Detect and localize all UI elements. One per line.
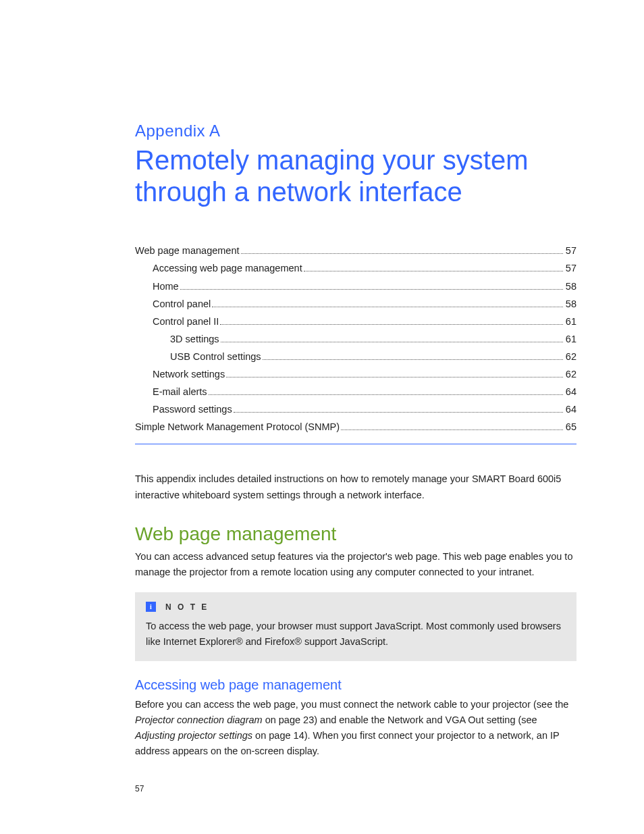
toc-entry[interactable]: Network settings 62 [135,365,576,383]
toc-entry-label: Home [153,278,179,295]
table-of-contents: Web page management 57Accessing web page… [135,242,576,436]
toc-entry[interactable]: Web page management 57 [135,242,576,259]
toc-divider [135,444,576,444]
toc-leader-dots [241,253,563,254]
toc-entry-label: E-mail alerts [153,383,207,400]
toc-entry-page: 57 [566,259,576,277]
subsection-heading: Accessing web page management [135,677,576,693]
info-icon: i [146,602,156,612]
body-text-span: on page 23) and enable the Network and V… [263,714,537,725]
toc-entry-label: USB Control settings [170,348,261,365]
toc-entry-page: 64 [566,400,576,418]
appendix-label: Appendix A [135,122,576,140]
subsection-paragraph: Before you can access the web page, you … [135,697,576,760]
toc-entry[interactable]: Password settings 64 [135,400,576,418]
toc-entry[interactable]: E-mail alerts 64 [135,383,576,400]
toc-entry[interactable]: Accessing web page management 57 [135,259,576,277]
toc-entry-label: Simple Network Management Protocol (SNMP… [135,418,340,436]
toc-leader-dots [226,377,563,377]
body-text-span: Before you can access the web page, you … [135,699,568,710]
toc-entry-page: 58 [566,278,576,295]
toc-entry-page: 62 [566,365,576,383]
section-heading: Web page management [135,523,576,545]
note-box: i N O T E To access the web page, your b… [135,592,576,660]
note-header: i N O T E [146,602,566,612]
toc-entry-page: 57 [566,242,576,259]
note-label: N O T E [165,602,209,612]
toc-entry-label: Control panel [153,295,211,313]
toc-entry[interactable]: USB Control settings 62 [135,348,576,365]
toc-entry[interactable]: Control panel 58 [135,295,576,313]
toc-leader-dots [341,429,563,430]
toc-leader-dots [304,271,563,271]
note-text: To access the web page, your browser mus… [146,619,566,650]
toc-entry[interactable]: Simple Network Management Protocol (SNMP… [135,418,576,436]
toc-entry-page: 64 [566,383,576,400]
section-paragraph: You can access advanced setup features v… [135,549,576,580]
toc-entry-label: Control panel II [153,313,219,330]
toc-leader-dots [209,394,563,395]
appendix-title: Remotely managing your system through a … [135,145,576,208]
cross-reference-link[interactable]: Projector connection diagram [135,714,263,725]
toc-entry[interactable]: Home 58 [135,278,576,295]
toc-entry-label: Web page management [135,242,240,259]
toc-entry-label: Accessing web page management [153,259,302,277]
toc-entry-page: 61 [566,330,576,348]
cross-reference-link[interactable]: Adjusting projector settings [135,730,252,741]
toc-leader-dots [221,342,563,342]
toc-entry-label: Network settings [153,365,225,383]
toc-entry-label: Password settings [153,400,232,418]
toc-leader-dots [212,307,563,307]
toc-entry-page: 62 [566,348,576,365]
page-number: 57 [135,784,144,793]
intro-paragraph: This appendix includes detailed instruct… [135,471,576,502]
toc-leader-dots [234,412,563,413]
toc-entry[interactable]: Control panel II 61 [135,313,576,330]
toc-entry[interactable]: 3D settings 61 [135,330,576,348]
toc-entry-page: 65 [566,418,576,436]
toc-leader-dots [220,324,563,325]
document-page: Appendix A Remotely managing your system… [0,0,644,834]
toc-entry-label: 3D settings [170,330,219,348]
toc-entry-page: 58 [566,295,576,313]
toc-entry-page: 61 [566,313,576,330]
toc-leader-dots [180,289,563,290]
toc-leader-dots [263,359,563,360]
